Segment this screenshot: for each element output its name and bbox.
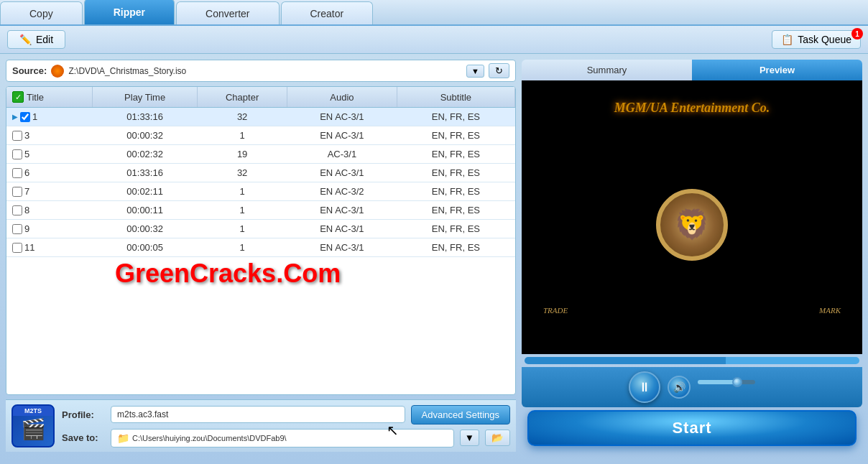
playtime-cell: 00:00:05: [93, 238, 198, 257]
mark-text: MARK: [819, 306, 841, 315]
left-panel: Source: ▼ ↻ ✓ Title Play Time: [6, 60, 516, 452]
playtime-cell: 00:00:32: [93, 220, 198, 238]
tab-summary[interactable]: Summary: [522, 60, 692, 80]
subtitle-cell: EN, FR, ES: [397, 164, 514, 182]
subtitle-cell: EN, FR, ES: [397, 145, 514, 164]
source-refresh-button[interactable]: ↻: [489, 63, 509, 78]
edit-button[interactable]: ✏️ Edit: [7, 30, 65, 49]
mgm-text: MGM/UA Entertainment Co.: [614, 101, 770, 116]
pause-button[interactable]: ⏸: [629, 371, 660, 403]
chapter-cell: 1: [198, 238, 287, 257]
audio-cell: EN AC-3/1: [287, 126, 397, 145]
task-badge: 1: [851, 28, 863, 40]
volume-slider[interactable]: [698, 380, 755, 384]
player-controls: ⏸ 🔊: [522, 367, 862, 407]
lion-image: 🦁: [656, 189, 728, 261]
title-id: 8: [24, 205, 29, 215]
row-checkbox[interactable]: [12, 187, 22, 197]
task-queue-icon: 📋: [781, 34, 793, 45]
saveto-label: Save to:: [62, 432, 105, 443]
main-content: Source: ▼ ↻ ✓ Title Play Time: [0, 54, 868, 458]
start-button[interactable]: Start: [527, 410, 857, 446]
profile-input[interactable]: [111, 406, 405, 423]
active-row-indicator: ▶: [12, 113, 18, 121]
tab-copy[interactable]: Copy: [0, 1, 83, 24]
source-dropdown-button[interactable]: ▼: [466, 65, 484, 78]
trade-text: TRADE: [543, 306, 568, 315]
volume-button[interactable]: 🔊: [668, 376, 691, 399]
profile-label: Profile:: [62, 409, 105, 420]
folder-icon: 📁: [117, 432, 129, 444]
subtitle-col-header: Subtitle: [397, 87, 514, 108]
audio-cell: AC-3/1: [287, 145, 397, 164]
title-id: 5: [24, 149, 29, 159]
audio-cell: EN AC-3/1: [287, 201, 397, 220]
table-row[interactable]: ▶101:33:1632EN AC-3/1EN, FR, ES: [6, 108, 515, 126]
chapter-cell: 1: [198, 126, 287, 145]
source-input[interactable]: [68, 66, 462, 76]
table-row[interactable]: 300:00:321EN AC-3/1EN, FR, ES: [6, 126, 515, 145]
title-cell: 7: [6, 182, 93, 201]
row-checkbox[interactable]: [12, 149, 22, 159]
title-col-header: Title: [27, 92, 44, 103]
title-cell: 3: [6, 126, 93, 145]
row-checkbox[interactable]: [12, 168, 22, 178]
table-row[interactable]: 601:33:1632EN AC-3/1EN, FR, ES: [6, 164, 515, 182]
audio-cell: EN AC-3/1: [287, 238, 397, 257]
table-row[interactable]: 1100:00:051EN AC-3/1EN, FR, ES: [6, 238, 515, 257]
volume-knob[interactable]: [732, 377, 742, 387]
video-area: MGM/UA Entertainment Co. 🦁 TRADE MARK: [522, 80, 862, 354]
row-checkbox[interactable]: [12, 131, 22, 141]
audio-cell: EN AC-3/1: [287, 220, 397, 238]
profile-row: Profile: Advanced Settings Save to: 📁 C:…: [62, 405, 510, 447]
title-cell: 6: [6, 164, 93, 182]
subtitle-cell: EN, FR, ES: [397, 201, 514, 220]
tab-creator[interactable]: Creator: [281, 1, 374, 24]
advanced-settings-button[interactable]: Advanced Settings: [411, 405, 510, 424]
saveto-browse-button[interactable]: 📂: [485, 430, 510, 446]
row-checkbox[interactable]: [12, 243, 22, 253]
subtitle-cell: EN, FR, ES: [397, 182, 514, 201]
audio-cell: EN AC-3/1: [287, 108, 397, 126]
row-checkbox[interactable]: [12, 205, 22, 215]
m2ts-icon: M2TS 🎬: [11, 404, 55, 447]
subtitle-cell: EN, FR, ES: [397, 108, 514, 126]
edit-icon: ✏️: [19, 34, 32, 45]
tab-converter[interactable]: Converter: [176, 1, 279, 24]
title-cell: 5: [6, 145, 93, 164]
trade-mark: TRADE MARK: [522, 306, 862, 315]
tab-ripper[interactable]: Ripper: [84, 0, 175, 24]
task-queue-button[interactable]: 📋 Task Queue 1: [772, 30, 861, 49]
table-row[interactable]: 800:00:111EN AC-3/1EN, FR, ES: [6, 201, 515, 220]
audio-cell: EN AC-3/2: [287, 182, 397, 201]
video-progress-bar[interactable]: [525, 357, 859, 364]
saveto-dropdown-button[interactable]: ▼: [460, 430, 479, 446]
source-label: Source:: [12, 65, 47, 76]
select-all-checkbox[interactable]: ✓: [12, 91, 24, 103]
edit-label: Edit: [36, 34, 53, 45]
row-checkbox[interactable]: [20, 112, 30, 122]
chapter-cell: 1: [198, 182, 287, 201]
chapter-cell: 1: [198, 201, 287, 220]
table-row[interactable]: 500:02:3219AC-3/1EN, FR, ES: [6, 145, 515, 164]
chapter-cell: 32: [198, 164, 287, 182]
row-checkbox[interactable]: [12, 224, 22, 234]
title-id: 3: [24, 130, 29, 141]
tab-preview[interactable]: Preview: [692, 60, 862, 80]
table-row[interactable]: 700:02:111EN AC-3/2EN, FR, ES: [6, 182, 515, 201]
playtime-cell: 01:33:16: [93, 164, 198, 182]
title-id: 9: [24, 223, 29, 234]
saveto-path: C:\Users\huiying.zou\Documents\DVDFab9\: [132, 434, 287, 442]
disc-icon: [51, 65, 64, 78]
toolbar: ✏️ Edit 📋 Task Queue 1: [0, 26, 868, 54]
table-row[interactable]: 900:00:321EN AC-3/1EN, FR, ES: [6, 220, 515, 238]
task-queue-label: Task Queue: [798, 34, 851, 45]
tab-bar: Copy Ripper Converter Creator: [0, 0, 868, 26]
title-table: ✓ Title Play Time Chapter Audio Subtitle…: [6, 86, 516, 395]
playtime-cell: 01:33:16: [93, 108, 198, 126]
playtime-col-header: Play Time: [93, 87, 198, 108]
source-bar: Source: ▼ ↻: [6, 60, 516, 82]
title-id: 11: [24, 242, 34, 253]
chapter-cell: 19: [198, 145, 287, 164]
title-cell: 11: [6, 238, 93, 257]
